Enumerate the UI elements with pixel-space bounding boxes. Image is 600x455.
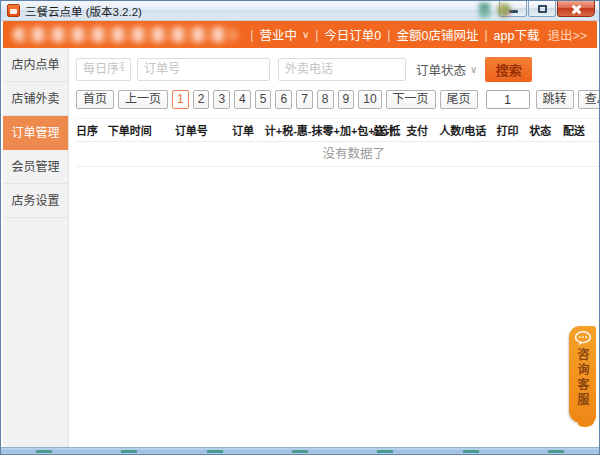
page-button-10[interactable]: 10 xyxy=(358,90,381,109)
page-button-1[interactable]: 1 xyxy=(172,90,189,109)
logout-link[interactable]: 退出>> xyxy=(547,25,587,44)
window-bottom-border xyxy=(1,447,599,454)
empty-state-message: 没有数据了 xyxy=(76,142,600,167)
maximize-button[interactable] xyxy=(528,1,556,17)
blurred-tray-icon xyxy=(479,3,490,18)
chat-bubble-icon xyxy=(574,331,592,346)
takeout-phone-input[interactable] xyxy=(278,58,406,81)
search-toolbar: 订单状态 ∨ 搜索 xyxy=(76,57,600,81)
page-jump-input[interactable] xyxy=(486,90,530,109)
header-separator: | xyxy=(484,28,487,42)
watermark-mark xyxy=(377,450,393,453)
sidebar-item-members[interactable]: 会员管理 xyxy=(3,150,68,184)
page-button-5[interactable]: 5 xyxy=(255,90,272,109)
title-bar: 三餐云点单 (版本3.2.2) xyxy=(1,1,599,21)
page-button-9[interactable]: 9 xyxy=(338,90,355,109)
col-order-time: 下单时间 xyxy=(103,122,157,138)
prev-page-button[interactable]: 上一页 xyxy=(118,90,168,109)
watermark-mark xyxy=(207,450,223,453)
orders-table-header: 日序 下单时间 订单号 订单 计+税-惠-抹零+加+包+送-抵 总计 支付 人数… xyxy=(76,119,600,142)
orders-table: 日序 下单时间 订单号 订单 计+税-惠-抹零+加+包+送-抵 总计 支付 人数… xyxy=(76,118,600,167)
app-download-link[interactable]: app下载 xyxy=(494,25,540,44)
watermark-mark xyxy=(548,450,564,453)
sidebar-item-takeout[interactable]: 店铺外卖 xyxy=(3,82,68,116)
col-people-phone: 人数/电话 xyxy=(437,122,489,138)
search-button[interactable]: 搜索 xyxy=(485,57,532,82)
page-button-6[interactable]: 6 xyxy=(275,90,292,109)
store-site-link[interactable]: 店铺网址 xyxy=(428,25,478,44)
close-button[interactable] xyxy=(557,1,595,17)
total-pages-button[interactable]: 查总页 xyxy=(578,90,600,109)
col-order-number: 订单号 xyxy=(161,122,221,138)
order-number-input[interactable] xyxy=(137,58,270,81)
watermark-mark xyxy=(292,450,308,453)
pagination-bar: 首页 上一页 1 2 3 4 5 6 7 8 9 10 下一页 尾页 跳转 查总… xyxy=(76,90,600,109)
col-calc-breakdown: 计+税-惠-抹零+加+包+送-抵 xyxy=(265,122,365,138)
next-page-button[interactable]: 下一页 xyxy=(386,90,436,109)
page-button-4[interactable]: 4 xyxy=(234,90,251,109)
col-order: 订单 xyxy=(226,122,260,138)
last-page-button[interactable]: 尾页 xyxy=(440,90,478,109)
header-separator: | xyxy=(315,28,318,42)
app-logo-icon xyxy=(7,4,20,17)
today-orders-count: 今日订单0 xyxy=(324,25,381,44)
col-delivery: 配送 xyxy=(559,122,589,138)
sidebar-item-dine-in[interactable]: 店内点单 xyxy=(3,48,68,82)
window-body: 店内点单 店铺外卖 订单管理 会员管理 店务设置 订单状态 ∨ 搜索 首页 xyxy=(3,48,597,447)
header-links: 店铺网址 | app下载 退出>> xyxy=(428,25,587,44)
watermark-mark xyxy=(36,450,52,453)
today-amount: 金额0 xyxy=(396,25,428,44)
app-window: 三餐云点单 (版本3.2.2) | 营业中 ∨ | 今日订单0 | 金额0 店铺… xyxy=(0,0,600,455)
jump-button[interactable]: 跳转 xyxy=(536,90,574,109)
order-status-dropdown[interactable]: 订单状态 ∨ xyxy=(416,60,477,79)
business-status-dropdown[interactable]: 营业中 xyxy=(259,25,297,44)
page-button-7[interactable]: 7 xyxy=(296,90,313,109)
col-print: 打印 xyxy=(494,122,522,138)
window-title: 三餐云点单 (版本3.2.2) xyxy=(25,3,142,19)
customer-service-label: 咨询客服 xyxy=(574,348,591,408)
sidebar-item-order-management[interactable]: 订单管理 xyxy=(3,116,68,150)
close-icon xyxy=(571,4,581,14)
sidebar: 店内点单 店铺外卖 订单管理 会员管理 店务设置 xyxy=(3,48,69,447)
first-page-button[interactable]: 首页 xyxy=(76,90,114,109)
header-separator: | xyxy=(387,28,390,42)
col-payment: 支付 xyxy=(402,122,432,138)
page-button-2[interactable]: 2 xyxy=(193,90,210,109)
order-status-label: 订单状态 xyxy=(416,60,466,79)
chevron-down-icon: ∨ xyxy=(470,64,477,75)
maximize-icon xyxy=(538,5,547,13)
col-day-serial: 日序 xyxy=(76,122,98,138)
order-management-panel: 订单状态 ∨ 搜索 首页 上一页 1 2 3 4 5 6 7 8 9 10 下一… xyxy=(69,48,600,447)
col-status: 状态 xyxy=(526,122,554,138)
customer-service-tab[interactable]: 咨询客服 xyxy=(569,326,596,423)
col-total: 总计 xyxy=(369,122,397,138)
watermark-mark xyxy=(121,450,137,453)
blurred-tray-icon xyxy=(497,3,511,17)
daily-serial-input[interactable] xyxy=(76,58,131,81)
page-button-8[interactable]: 8 xyxy=(317,90,334,109)
app-header: | 营业中 ∨ | 今日订单0 | 金额0 店铺网址 | app下载 退出>> xyxy=(3,21,597,48)
page-button-3[interactable]: 3 xyxy=(213,90,230,109)
sidebar-item-store-settings[interactable]: 店务设置 xyxy=(3,184,68,218)
window-controls xyxy=(498,1,595,17)
watermark-mark xyxy=(463,450,479,453)
chevron-down-icon[interactable]: ∨ xyxy=(302,29,309,40)
col-actions: 操作 xyxy=(594,122,600,138)
store-id-redacted xyxy=(13,27,236,42)
header-separator: | xyxy=(250,28,253,42)
